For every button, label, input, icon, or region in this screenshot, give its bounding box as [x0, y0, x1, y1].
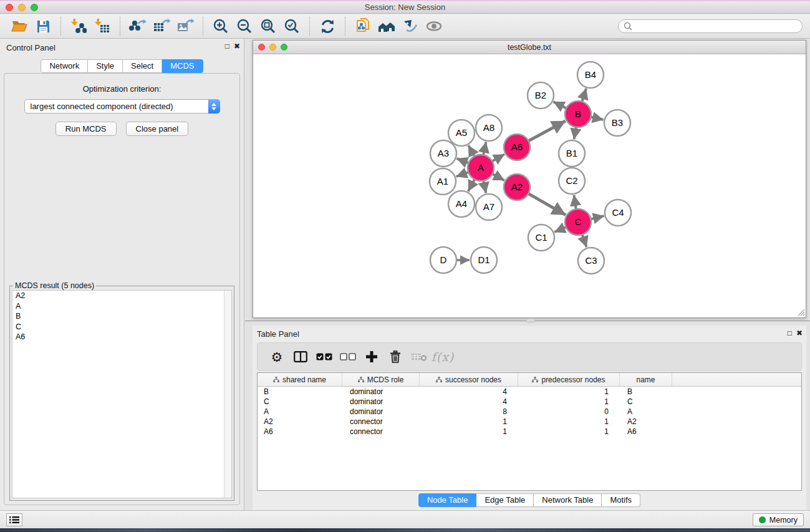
result-item[interactable]: A — [12, 301, 231, 312]
select-all-columns-button[interactable] — [312, 346, 336, 368]
result-item[interactable]: A6 — [12, 332, 231, 342]
open-folder-icon — [11, 19, 28, 33]
function-builder-button[interactable]: f(x) — [431, 346, 455, 368]
network-window-titlebar: testGlobe.txt — [253, 41, 806, 54]
search-input[interactable] — [635, 22, 797, 31]
close-panel-button[interactable]: Close panel — [126, 122, 189, 136]
unselect-all-columns-button[interactable] — [336, 346, 360, 368]
tab-motifs[interactable]: Motifs — [602, 493, 640, 507]
control-panel-header: Control Panel □ ✖ — [0, 39, 244, 55]
app-titlebar: Session: New Session — [0, 0, 810, 14]
close-panel-icon[interactable]: ✖ — [234, 42, 240, 50]
column-header-MCDS-role[interactable]: MCDS role — [342, 373, 420, 386]
show-columns-button[interactable] — [289, 346, 312, 368]
delete-table-button[interactable] — [407, 346, 431, 368]
graph-node-C2[interactable]: C2 — [559, 168, 585, 194]
zoom-in-button[interactable] — [209, 16, 233, 36]
table-row[interactable]: Bdominator41B — [258, 387, 801, 397]
graph-node-A1[interactable]: A1 — [430, 168, 456, 195]
resize-grip-icon[interactable] — [796, 307, 805, 316]
network-canvas[interactable]: AA1A2A3A4A5A6A7A8BB1B2B3B4CC1C2C3C4DD1 — [253, 54, 806, 317]
delete-columns-button[interactable] — [383, 346, 407, 368]
column-header-successor-nodes[interactable]: successor nodes — [420, 373, 518, 386]
svg-text:B1: B1 — [566, 148, 577, 158]
result-item[interactable]: B — [12, 311, 231, 322]
graph-node-D[interactable]: D — [430, 247, 456, 273]
edge-A6-B[interactable] — [526, 121, 566, 142]
add-column-button[interactable] — [360, 346, 383, 368]
tab-mcds[interactable]: MCDS — [162, 59, 203, 73]
column-header-shared-name[interactable]: shared name — [258, 373, 342, 386]
tab-edge-table[interactable]: Edge Table — [476, 493, 534, 507]
graph-node-C3[interactable]: C3 — [578, 248, 604, 274]
column-header-name[interactable]: name — [620, 373, 672, 386]
graph-node-B2[interactable]: B2 — [528, 82, 554, 109]
graph-node-A7[interactable]: A7 — [476, 194, 502, 220]
zoom-fit-button[interactable] — [256, 16, 280, 36]
export-table-button[interactable] — [150, 16, 173, 36]
float-table-panel-icon[interactable]: □ — [788, 329, 792, 337]
table-row[interactable]: Cdominator41C — [258, 397, 801, 407]
graph-node-B3[interactable]: B3 — [604, 110, 630, 136]
duplicate-network-button[interactable] — [351, 16, 375, 36]
table-cell: A — [620, 407, 672, 416]
zoom-out-icon — [236, 18, 253, 34]
import-table-button[interactable] — [90, 16, 114, 36]
graph-node-A6[interactable]: A6 — [504, 134, 530, 160]
open-button[interactable] — [7, 16, 31, 36]
attribute-tree-icon — [436, 377, 442, 382]
toolbar-separator — [203, 17, 203, 36]
column-header-predecessor-nodes[interactable]: predecessor nodes — [518, 373, 620, 386]
run-mcds-button[interactable]: Run MCDS — [55, 122, 117, 136]
import-network-button[interactable] — [67, 16, 90, 36]
home-button[interactable] — [375, 16, 398, 36]
graph-node-A2[interactable]: A2 — [504, 174, 530, 200]
tab-node-table[interactable]: Node Table — [418, 493, 477, 507]
graph-node-C[interactable]: C — [565, 209, 591, 235]
graph-node-C4[interactable]: C4 — [605, 200, 631, 226]
table-row[interactable]: Adominator80A — [258, 407, 801, 417]
graph-node-B[interactable]: B — [565, 101, 591, 127]
table-cell: 1 — [518, 397, 620, 406]
save-button[interactable] — [31, 16, 55, 36]
tab-network[interactable]: Network — [41, 59, 88, 73]
graph-node-A4[interactable]: A4 — [448, 191, 475, 217]
table-row[interactable]: A6connector11A6 — [258, 427, 801, 437]
table-cell: C — [620, 397, 672, 406]
float-panel-icon[interactable]: □ — [225, 42, 229, 50]
result-item[interactable]: C — [12, 322, 231, 332]
graph-node-A3[interactable]: A3 — [430, 140, 456, 167]
tab-style[interactable]: Style — [88, 59, 123, 73]
close-table-panel-icon[interactable]: ✖ — [796, 329, 803, 337]
svg-text:A8: A8 — [483, 122, 494, 133]
show-graphics-details-button[interactable] — [422, 16, 446, 36]
result-scrollbar[interactable] — [224, 291, 231, 498]
memory-button[interactable]: Memory — [753, 513, 804, 526]
splitter-grip[interactable] — [526, 318, 535, 322]
graph-node-A5[interactable]: A5 — [448, 120, 475, 146]
graph-node-A[interactable]: A — [468, 155, 494, 181]
refresh-button[interactable] — [316, 16, 339, 36]
graph-node-B1[interactable]: B1 — [559, 140, 585, 167]
criterion-dropdown[interactable]: largest connected component (directed) — [24, 99, 220, 114]
tab-network-table[interactable]: Network Table — [534, 493, 602, 507]
mcds-result-list[interactable]: A2ABCA6 — [12, 290, 232, 498]
tab-select[interactable]: Select — [123, 59, 162, 73]
table-cell: A — [258, 407, 342, 416]
task-history-button[interactable] — [6, 513, 22, 526]
show-hide-annotations-button[interactable] — [398, 16, 422, 36]
graph-node-D1[interactable]: D1 — [471, 247, 497, 273]
table-row[interactable]: A2connector11A2 — [258, 417, 801, 427]
zoom-selected-button[interactable] — [280, 16, 304, 36]
result-item[interactable]: A2 — [12, 291, 231, 301]
graph-node-B4[interactable]: B4 — [577, 62, 604, 88]
export-image-button[interactable] — [173, 16, 197, 36]
graph-node-C1[interactable]: C1 — [528, 225, 554, 251]
zoom-out-button[interactable] — [233, 16, 256, 36]
table-options-button[interactable]: ⚙ — [265, 346, 289, 368]
edge-A2-C[interactable] — [526, 192, 566, 215]
export-network-button[interactable] — [126, 16, 150, 36]
graph-node-A8[interactable]: A8 — [476, 115, 502, 141]
fx-icon: f(x) — [432, 350, 455, 364]
attribute-tree-icon — [358, 377, 364, 382]
